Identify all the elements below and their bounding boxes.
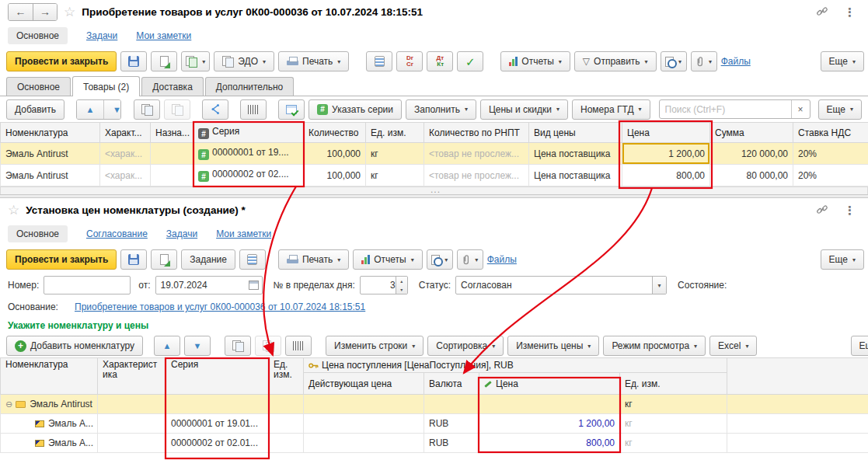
cell-price-type[interactable]: Цена поставщика <box>529 165 622 186</box>
cell-price-type[interactable]: Цена поставщика <box>529 143 622 165</box>
nav-tab-approval[interactable]: Согласование <box>86 228 148 239</box>
cell-empty[interactable] <box>727 414 868 434</box>
col-price-type[interactable]: Вид цены <box>529 123 622 143</box>
save-button[interactable] <box>120 249 147 270</box>
cell-currency[interactable]: RUB <box>424 434 479 453</box>
search-input[interactable] <box>660 104 791 115</box>
excel-button[interactable]: Excel▾ <box>709 336 757 356</box>
col-nomenclature[interactable]: Номенклатура <box>1 123 100 143</box>
attach-button[interactable]: ▾ <box>691 51 717 71</box>
reports-button[interactable]: Отчеты▾ <box>500 51 570 71</box>
cell-purpose[interactable] <box>151 143 193 165</box>
cell-series[interactable]: 00000002 от 02.01... <box>166 434 269 453</box>
register-records-button[interactable] <box>239 249 266 270</box>
move-up-button[interactable]: ▲ <box>154 336 180 356</box>
files-link[interactable]: Файлы <box>721 56 751 67</box>
number-field[interactable] <box>44 276 131 294</box>
cell-unit[interactable]: кг <box>366 165 424 186</box>
col-price[interactable]: Цена <box>479 373 620 395</box>
fill-button[interactable]: Заполнить▾ <box>406 99 476 120</box>
cell-nomenclature[interactable]: Эмаль Antirust <box>1 165 100 186</box>
grid-more-button[interactable]: Еще▾ <box>818 99 862 120</box>
cell-price[interactable]: 800,00 <box>479 434 620 453</box>
edo-button[interactable]: ЭДО▾ <box>214 51 274 71</box>
col-unit[interactable]: Ед. изм. <box>366 123 424 143</box>
share-button[interactable] <box>202 99 228 120</box>
prices-discounts-button[interactable]: Цены и скидки▾ <box>480 99 568 120</box>
cell-group-name[interactable]: ⊖Эмаль Antirust <box>1 395 98 414</box>
tab-goods[interactable]: Товары (2) <box>72 76 140 96</box>
edit-table-button[interactable] <box>278 99 305 120</box>
calendar-icon[interactable] <box>249 281 259 290</box>
col-characteristic[interactable]: Характ... <box>100 123 151 143</box>
chevron-down-icon[interactable]: ▾ <box>652 277 666 294</box>
check-button[interactable]: ✓ <box>457 51 483 71</box>
save-button[interactable] <box>120 51 147 71</box>
nav-tab-main[interactable]: Основное <box>8 225 68 242</box>
cell-amount[interactable]: 120 000,00 <box>710 143 793 165</box>
barcode-scan-button[interactable] <box>285 336 312 356</box>
cell-unit-small[interactable] <box>269 414 304 434</box>
cell-unit[interactable]: кг <box>620 434 727 453</box>
post-button[interactable] <box>151 51 177 71</box>
nav-tab-notes[interactable]: Мои заметки <box>136 30 191 41</box>
nav-tab-main[interactable]: Основное <box>8 27 68 44</box>
cell-characteristic[interactable] <box>98 434 166 453</box>
add-nomenclature-button[interactable]: +Добавить номенклатуру <box>6 336 143 356</box>
collapse-icon[interactable]: ⊖ <box>5 399 12 409</box>
register-records-button[interactable] <box>366 51 392 71</box>
cell-amount[interactable]: 80 000,00 <box>710 165 793 186</box>
col-unit2[interactable]: Ед. изм. <box>620 373 727 395</box>
copy-row-button[interactable] <box>225 336 251 356</box>
set-series-button[interactable]: #Указать серии <box>309 99 402 120</box>
cell-unit[interactable]: кг <box>366 143 424 165</box>
cell-rnpt[interactable]: <товар не прослеж... <box>424 165 529 186</box>
col-unit[interactable]: Ед. изм. <box>269 358 304 395</box>
number-spinner[interactable]: ▴▾ <box>396 277 407 294</box>
cell-current-price[interactable] <box>304 434 424 453</box>
cell-characteristic[interactable]: <харак... <box>100 165 151 186</box>
files-link[interactable]: Файлы <box>487 254 517 265</box>
col-series[interactable]: Серия <box>166 358 269 395</box>
cell-price[interactable]: 1 200,00 <box>479 414 620 434</box>
post-and-close-button[interactable]: Провести и закрыть <box>6 51 117 71</box>
move-down-button[interactable]: ▼ <box>103 100 121 120</box>
kebab-menu-icon[interactable]: ⋮ <box>839 6 860 18</box>
cell-empty[interactable] <box>304 395 424 414</box>
cell-series[interactable]: #00000001 от 19.... <box>193 143 304 165</box>
edit-rows-button[interactable]: Изменить строки▾ <box>326 336 424 356</box>
reminder-button[interactable]: ▾ <box>427 249 453 270</box>
view-mode-button[interactable]: Режим просмотра▾ <box>603 336 706 356</box>
col-group-price[interactable]: Цена поступления [ЦенаПоступления], RUB <box>304 358 727 373</box>
tab-main[interactable]: Основное <box>6 77 71 96</box>
cell-nomenclature[interactable]: Эмаль A... <box>1 414 98 434</box>
col-series[interactable]: #Серия <box>193 123 304 143</box>
dtkt-button[interactable]: ДтКт <box>427 51 453 71</box>
col-vat[interactable]: Ставка НДС <box>793 123 868 143</box>
get-link-icon[interactable] <box>816 204 828 215</box>
col-characteristic[interactable]: Характеристика <box>98 358 166 395</box>
post-and-close-button[interactable]: Провести и закрыть <box>6 249 117 270</box>
clear-search-icon[interactable]: × <box>791 100 810 118</box>
reminder-button[interactable]: ▾ <box>661 51 687 71</box>
grid-more-button[interactable]: Еще▾ <box>851 336 868 356</box>
cell-unit[interactable]: кг <box>620 414 727 434</box>
cell-empty[interactable] <box>727 434 868 453</box>
favorite-star-icon[interactable]: ☆ <box>64 5 75 19</box>
more-button[interactable]: Еще▾ <box>821 249 864 270</box>
cell-series[interactable]: 00000001 от 19.01... <box>166 414 269 434</box>
post-button[interactable] <box>151 249 177 270</box>
col-current-price[interactable]: Действующая цена <box>304 373 424 395</box>
col-purpose[interactable]: Назна... <box>151 123 193 143</box>
nav-tab-tasks[interactable]: Задачи <box>166 228 197 239</box>
cell-unit-small[interactable] <box>269 434 304 453</box>
forward-button[interactable]: → <box>33 4 57 20</box>
move-down-button[interactable]: ▼ <box>184 336 211 356</box>
nav-tab-notes[interactable]: Мои заметки <box>216 228 271 239</box>
cell-characteristic[interactable]: <харак... <box>100 143 151 165</box>
splitter-handle[interactable]: ... <box>431 184 441 195</box>
col-currency[interactable]: Валюта <box>424 373 479 395</box>
back-button[interactable]: ← <box>9 4 33 20</box>
cell-unit[interactable]: кг <box>620 395 727 414</box>
status-select[interactable]: Согласован ▾ <box>455 276 667 294</box>
